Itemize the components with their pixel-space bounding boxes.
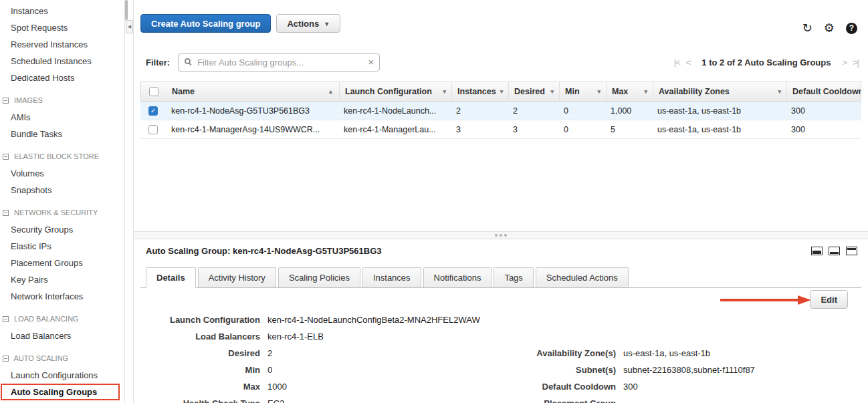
column-header[interactable]: Launch Configuration ▾: [339, 82, 451, 101]
clear-filter-icon[interactable]: ×: [368, 56, 374, 68]
column-header[interactable]: Min ▾: [559, 82, 606, 101]
sidebar-item[interactable]: Dedicated Hosts: [0, 70, 124, 86]
refresh-icon[interactable]: ↻: [802, 22, 812, 34]
sidebar-item-label: Load Balancers: [11, 331, 71, 341]
column-header[interactable]: Desired ▾: [508, 82, 559, 101]
detail-field: Health Check Type EC2: [140, 395, 480, 403]
sidebar-item[interactable]: Snapshots: [0, 182, 124, 198]
table-header-row: Name ▲ Launch Configuration ▾ Instances …: [140, 82, 861, 102]
select-all-checkbox[interactable]: [149, 87, 158, 96]
column-header[interactable]: Name ▲: [167, 82, 339, 101]
sidebar-item[interactable]: Auto Scaling Groups: [1, 384, 120, 400]
sidebar-item[interactable]: Load Balancers: [0, 327, 124, 344]
detail-tab[interactable]: Instances: [362, 267, 421, 288]
sidebar-item-label: LOAD BALANCING: [14, 315, 79, 323]
detail-tab[interactable]: Notifications: [423, 267, 492, 288]
console-utility-icons: ↻ ⚙ ?: [802, 22, 857, 34]
column-sort-caret-icon: ▲: [324, 88, 334, 95]
detail-tab[interactable]: Activity History: [198, 267, 276, 288]
field-value: subnet-22163808,subnet-f1110f87: [623, 365, 755, 375]
sidebar-item[interactable]: Scheduled Instances: [0, 53, 124, 70]
column-header[interactable]: Max ▾: [606, 82, 653, 101]
sidebar-resize-gutter[interactable]: ◀: [124, 0, 134, 403]
edit-button[interactable]: Edit: [810, 290, 848, 309]
help-icon[interactable]: ?: [846, 23, 857, 34]
detail-field: Subnet(s) subnet-22163808,subnet-f1110f8…: [475, 362, 755, 378]
sidebar-item[interactable]: Reserved Instances: [0, 36, 124, 53]
sidebar-item-label: NETWORK & SECURITY: [14, 209, 98, 217]
filter-bar: Filter: × |< < 1 to 2 of 2 Auto Scaling …: [140, 53, 859, 72]
column-header[interactable]: Availability Zones ▾: [653, 82, 786, 101]
sidebar-item[interactable]: Key Pairs: [0, 271, 124, 288]
collapse-sidebar-button[interactable]: ◀: [126, 20, 133, 33]
select-all-cell: [141, 82, 167, 101]
column-header[interactable]: Default Cooldown ▾: [786, 82, 861, 101]
next-page-icon[interactable]: >: [842, 57, 847, 68]
table-row[interactable]: ken-rc4-1-ManagerAsg-14US9WWCR... ken-rc…: [140, 120, 861, 139]
table-body: ken-rc4-1-NodeAsg-G5TU3P561BG3 ken-rc4-1…: [140, 102, 861, 139]
main-panel: Create Auto Scaling group Actions▼ ↻ ⚙ ?…: [134, 0, 868, 403]
sidebar-item[interactable]: Elastic IPs: [0, 238, 124, 255]
field-label: Placement Group: [475, 398, 623, 403]
column-header[interactable]: Instances ▾: [451, 82, 508, 101]
field-label: Launch Configuration: [140, 315, 267, 325]
sidebar-item-label: Network Interfaces: [11, 291, 83, 301]
detail-tab[interactable]: Details: [146, 267, 196, 288]
prev-page-icon[interactable]: <: [686, 57, 691, 68]
sidebar-item[interactable]: LOAD BALANCING: [0, 311, 124, 327]
sidebar-item[interactable]: Placement Groups: [0, 255, 124, 271]
sidebar-item[interactable]: Launch Configurations: [0, 367, 124, 384]
maximize-lower-pane-icon[interactable]: [811, 247, 823, 255]
pagination-text: 1 to 2 of 2 Auto Scaling Groups: [701, 57, 831, 68]
sidebar-item-label: Elastic IPs: [11, 241, 51, 251]
field-value: us-east-1a, us-east-1b: [623, 348, 710, 358]
column-header-label: Max: [612, 87, 628, 96]
column-header-label: Availability Zones: [659, 87, 730, 96]
section-collapse-icon: [3, 98, 9, 104]
sidebar-item[interactable]: NETWORK & SECURITY: [0, 205, 124, 221]
row-checkbox[interactable]: [148, 125, 158, 134]
sidebar-scrollbar-thumb[interactable]: [125, 0, 128, 20]
first-page-icon[interactable]: |<: [674, 57, 680, 68]
field-value: 1000: [267, 382, 287, 392]
column-sort-caret-icon: ▾: [546, 88, 554, 95]
field-value: 300: [623, 382, 638, 392]
cell-max: 1,000: [605, 106, 652, 116]
cell-min: 0: [558, 125, 605, 134]
sidebar-item[interactable]: Spot Requests: [0, 19, 124, 36]
sidebar-item[interactable]: AUTO SCALING: [0, 350, 124, 367]
section-collapse-icon: [3, 154, 9, 160]
split-pane-icon[interactable]: [829, 247, 840, 255]
detail-tab[interactable]: Tags: [494, 267, 533, 288]
sidebar-item[interactable]: AMIs: [0, 109, 124, 126]
gear-icon[interactable]: ⚙: [824, 22, 835, 34]
chevron-down-icon: ▼: [324, 21, 330, 27]
sidebar-item-label: Reserved Instances: [11, 39, 88, 49]
last-page-icon[interactable]: >|: [853, 57, 859, 68]
detail-tab[interactable]: Scaling Policies: [278, 267, 360, 288]
sidebar-item[interactable]: IMAGES: [0, 92, 124, 109]
sidebar-item[interactable]: Bundle Tasks: [0, 126, 124, 142]
sidebar-item[interactable]: Instances: [0, 3, 124, 19]
field-value: ken-rc4-1-NodeLaunchConfigBeta2-MNA2HFEL…: [267, 315, 480, 325]
sidebar-item[interactable]: ELASTIC BLOCK STORE: [0, 148, 124, 165]
sidebar-item[interactable]: Volumes: [0, 165, 124, 182]
row-checkbox[interactable]: [148, 106, 158, 116]
upper-pane: Create Auto Scaling group Actions▼ ↻ ⚙ ?…: [134, 0, 868, 231]
sidebar-item[interactable]: Security Groups: [0, 221, 124, 238]
minimize-lower-pane-icon[interactable]: [846, 247, 857, 255]
filter-input[interactable]: [178, 53, 380, 72]
field-label: Max: [140, 382, 267, 392]
pane-splitter[interactable]: [134, 231, 868, 239]
pane-layout-controls: [811, 247, 857, 255]
detail-pane: Auto Scaling Group: ken-rc4-1-NodeAsg-G5…: [134, 239, 868, 403]
cell-availability-zones: us-east-1a, us-east-1b: [652, 106, 786, 116]
filter-label: Filter:: [146, 57, 170, 68]
create-auto-scaling-group-button[interactable]: Create Auto Scaling group: [140, 14, 271, 33]
table-row[interactable]: ken-rc4-1-NodeAsg-G5TU3P561BG3 ken-rc4-1…: [140, 102, 861, 120]
section-collapse-icon: [3, 316, 9, 322]
sidebar-item[interactable]: Network Interfaces: [0, 288, 124, 305]
column-header-label: Default Cooldown: [792, 87, 861, 96]
actions-button[interactable]: Actions▼: [276, 14, 340, 33]
detail-tab[interactable]: Scheduled Actions: [536, 267, 629, 288]
